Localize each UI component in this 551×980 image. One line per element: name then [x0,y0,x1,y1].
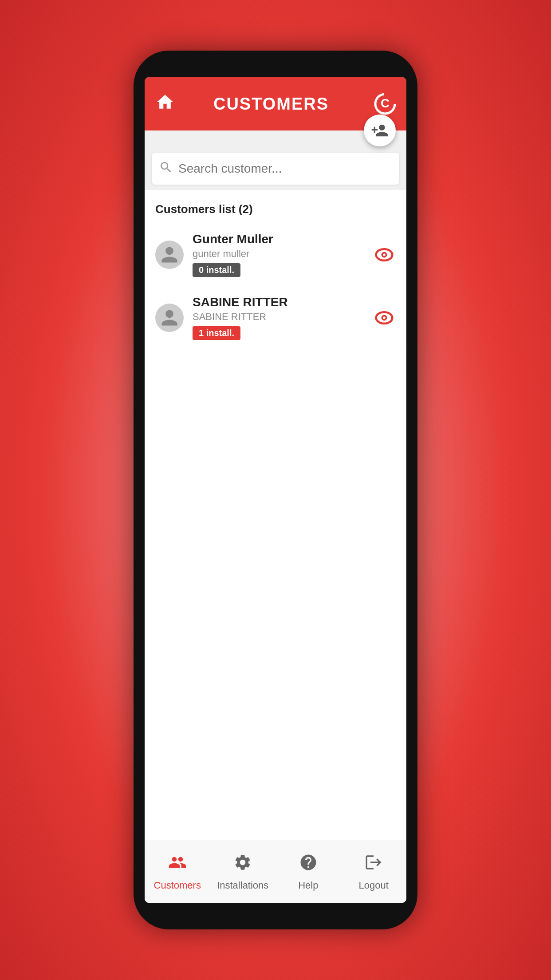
svg-point-4 [383,253,386,256]
customer-item[interactable]: SABINE RITTER SABINE RITTER 1 install. [145,286,406,349]
bottom-nav: Customers Installations Help Logout [145,841,406,903]
logout-icon [364,853,383,876]
app-logo: C [367,90,396,118]
customer-name: SABINE RITTER [193,295,373,309]
avatar [155,304,184,332]
customer-sub: SABINE RITTER [193,311,373,323]
customers-list-heading: Customers list (2) [145,190,406,223]
nav-label-customers: Customers [154,880,201,891]
screen: CUSTOMERS C Customers list (2) [145,77,406,903]
svg-text:C: C [381,96,390,110]
search-bar [152,153,399,185]
header: CUSTOMERS C [145,77,406,130]
customer-info: Gunter Muller gunter muller 0 install. [193,232,373,277]
nav-label-installations: Installations [217,880,268,891]
customer-item[interactable]: Gunter Muller gunter muller 0 install. [145,223,406,286]
customer-info: SABINE RITTER SABINE RITTER 1 install. [193,295,373,340]
customer-sub: gunter muller [193,248,373,260]
nav-item-help[interactable]: Help [276,841,341,903]
search-input[interactable] [178,162,392,176]
nav-label-logout: Logout [359,880,389,891]
install-badge: 1 install. [193,326,240,340]
phone-shell: CUSTOMERS C Customers list (2) [134,51,417,929]
search-icon [159,160,173,178]
customers-icon [168,853,187,876]
page-title: CUSTOMERS [175,95,367,114]
nav-item-logout[interactable]: Logout [341,841,407,903]
nav-item-customers[interactable]: Customers [145,841,210,903]
avatar [155,241,184,269]
home-icon[interactable] [155,92,175,116]
nav-item-installations[interactable]: Installations [210,841,276,903]
nav-label-help: Help [298,880,318,891]
view-customer-button[interactable] [373,306,396,329]
install-badge: 0 install. [193,263,240,277]
view-customer-button[interactable] [373,243,396,266]
customers-list-container: Customers list (2) Gunter Muller gunter … [145,190,406,841]
add-customer-button[interactable] [364,115,396,146]
installations-icon [233,853,252,876]
help-icon [299,853,318,876]
svg-point-7 [383,316,386,319]
customer-name: Gunter Muller [193,232,373,246]
